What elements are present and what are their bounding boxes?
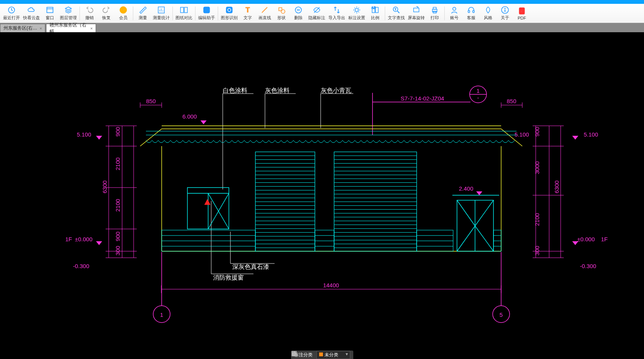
toolbar-shape[interactable]: 形状 [273, 5, 290, 22]
shape-icon [277, 6, 286, 14]
annot-category-select[interactable]: 未分类 [316, 351, 350, 359]
toolbar-label: 最近打开 [3, 15, 20, 21]
recent-icon [7, 6, 16, 14]
lvl-5100-r: 5.100 [584, 131, 598, 138]
toolbar-label: 形状 [277, 15, 286, 21]
svg-text:P: P [521, 10, 523, 13]
toolbar-service[interactable]: 客服 [463, 5, 480, 22]
detail-bubble-dash: - [477, 94, 479, 101]
svg-point-25 [355, 8, 358, 12]
toolbar-rotate[interactable]: 屏幕旋转 [406, 5, 426, 22]
storey-l-prefix: 1F [65, 236, 72, 242]
trash-icon[interactable] [291, 351, 297, 357]
toolbar-label: 图纸对比 [175, 15, 192, 21]
storey-r-suffix: 1F [601, 236, 608, 242]
toolbar-layers[interactable]: 图层管理 [58, 5, 78, 22]
dim-300-l: 300 [114, 246, 121, 255]
svg-text:助: 助 [205, 8, 209, 12]
toolbar-recent[interactable]: 最近打开 [2, 5, 22, 22]
rotate-icon [412, 6, 421, 14]
svg-marker-174 [96, 136, 102, 140]
toolbar-scale[interactable]: A:B比例 [367, 5, 384, 22]
img-recog-icon [225, 6, 233, 14]
toolbar-label: 恢复 [102, 15, 111, 21]
toolbar-measure[interactable]: 测量 [134, 5, 151, 22]
tab-close-icon[interactable]: × [90, 26, 93, 31]
toolbar-cloud[interactable]: 快看云盘 [22, 5, 41, 22]
toolbar-import-export[interactable]: 导入导出 [327, 5, 347, 22]
toolbar-line[interactable]: 画直线 [256, 5, 273, 22]
toolbar-separator [195, 7, 195, 20]
axis-bubble-1: 1 [160, 311, 163, 318]
svg-rect-1 [47, 7, 53, 13]
toolbar-label: 图形识别 [221, 15, 238, 21]
tab-label: 州东服务区(右… [3, 25, 37, 31]
toolbar-label: PDF [518, 16, 526, 20]
delete-icon [294, 6, 303, 14]
axis-bubble-5: 5 [500, 311, 503, 318]
toolbar-label: 编辑助手 [198, 15, 215, 21]
toolbar-img-recog[interactable]: 图形识别 [219, 5, 239, 22]
svg-rect-32 [414, 8, 419, 12]
svg-point-21 [281, 10, 285, 13]
dim-3000-r: 3000 [534, 161, 540, 174]
toolbar-edit-assist[interactable]: 助编辑助手 [197, 5, 217, 22]
pdf-icon: P [518, 7, 526, 15]
toolbar-hide-annot[interactable]: 隐藏标注 [307, 5, 327, 22]
toolbar-separator [218, 7, 218, 20]
svg-rect-37 [468, 10, 470, 13]
scale-icon: A:B [371, 6, 379, 14]
toolbar-label: 屏幕旋转 [408, 15, 425, 21]
toolbar-label: 撤销 [85, 15, 94, 21]
toolbar-text[interactable]: T文字 [239, 5, 256, 22]
dim-900-r1: 900 [534, 127, 540, 137]
account-icon [450, 6, 459, 14]
toolbar-measure-stat[interactable]: 测量统计 [151, 5, 171, 22]
lvl-0-l: ±0.000 [75, 236, 93, 242]
lvl-6000: 6.000 [182, 113, 197, 120]
toolbar-delete[interactable]: 删除 [290, 5, 307, 22]
toolbar-window[interactable]: 窗口 [41, 5, 58, 22]
label-dark-stone: 深灰色真石漆 [232, 263, 269, 270]
document-tab[interactable]: 赣州东服务区（右幅…× [46, 24, 96, 32]
toolbar-label: 删除 [294, 15, 303, 21]
dim-2100-l1: 2100 [114, 158, 121, 170]
toolbar-separator [385, 7, 385, 20]
toolbar-compare[interactable]: 图纸对比 [174, 5, 194, 22]
tab-close-icon[interactable]: × [40, 26, 42, 31]
cloud-icon [27, 6, 36, 14]
bottom-toolbar: 标注分类 未分类 [291, 351, 353, 359]
toolbar-undo[interactable]: 撤销 [81, 5, 98, 22]
toolbar-vip[interactable]: VIP会员 [115, 5, 132, 22]
import-export-icon [333, 6, 341, 14]
toolbar-style[interactable]: 风格 [480, 5, 497, 22]
toolbar-account[interactable]: 账号 [446, 5, 463, 22]
toolbar-text-find[interactable]: T文字查找 [386, 5, 406, 22]
undo-icon [85, 6, 94, 14]
toolbar-pdf[interactable]: PPDF [513, 5, 530, 22]
toolbar-annot-set[interactable]: 标注设置 [347, 5, 367, 22]
lvl-0-r: ±0.000 [577, 236, 595, 242]
svg-marker-179 [476, 191, 482, 195]
document-tab[interactable]: 州东服务区(右…× [0, 24, 45, 32]
label-grey-tile: 灰色小青瓦 [321, 87, 351, 94]
toolbar-label: 窗口 [46, 15, 54, 21]
toolbar-label: 测量统计 [153, 15, 170, 21]
svg-marker-175 [96, 241, 102, 245]
lvl-2400: 2.400 [459, 185, 473, 192]
toolbar-label: 导入导出 [328, 15, 345, 21]
svg-rect-16 [226, 7, 232, 13]
label-white-paint: 白色涂料 [223, 87, 247, 94]
text-find-icon: T [392, 6, 401, 14]
drawing-canvas[interactable]: 14400 1 5 1 - S7-7-14-02-JZ04 白色涂料 灰色涂料 … [0, 32, 644, 359]
dim-6300-l: 6300 [101, 181, 108, 193]
svg-line-146 [457, 200, 475, 226]
toolbar-about[interactable]: 关于 [497, 5, 513, 22]
compare-icon [180, 6, 188, 14]
toolbar-redo[interactable]: 恢复 [98, 5, 115, 22]
about-icon [501, 6, 509, 14]
toolbar-label: 账号 [450, 15, 459, 21]
toolbar-print[interactable]: 打印 [426, 5, 443, 22]
label-grey-paint: 灰色涂料 [265, 87, 290, 94]
toolbar-label: 画直线 [258, 15, 271, 21]
